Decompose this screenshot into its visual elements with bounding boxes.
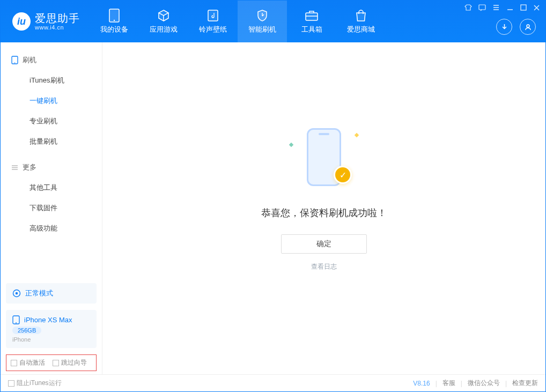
cube-icon xyxy=(157,9,171,23)
option-label: 跳过向导 xyxy=(61,359,87,366)
tab-label: 铃声壁纸 xyxy=(199,25,227,34)
skin-icon[interactable] xyxy=(464,4,472,11)
tab-store[interactable]: 爱思商城 xyxy=(336,1,386,42)
phone-icon xyxy=(11,56,18,64)
wechat-link[interactable]: 微信公众号 xyxy=(468,379,500,388)
footer-label: 阻止iTunes运行 xyxy=(17,379,62,387)
sidebar-item-batch[interactable]: 批量刷机 xyxy=(1,131,102,152)
check-update-link[interactable]: 检查更新 xyxy=(512,379,538,388)
tab-label: 我的设备 xyxy=(100,25,128,34)
sidebar-item-itunes[interactable]: iTunes刷机 xyxy=(1,70,102,91)
svg-point-12 xyxy=(16,322,17,323)
header: iu 爱思助手 www.i4.cn 我的设备 应用游戏 铃声壁纸 智能刷机 xyxy=(1,1,545,42)
svg-point-10 xyxy=(16,292,18,294)
user-button[interactable] xyxy=(520,19,536,35)
bag-icon xyxy=(354,9,368,23)
maximize-icon[interactable] xyxy=(520,4,527,11)
main-tabs: 我的设备 应用游戏 铃声壁纸 智能刷机 工具箱 爱思商城 xyxy=(90,1,386,42)
ok-button[interactable]: 确定 xyxy=(281,234,367,254)
options-row: 自动激活 跳过向导 xyxy=(6,354,97,371)
sidebar-item-pro[interactable]: 专业刷机 xyxy=(1,111,102,131)
footer: 阻止iTunes运行 V8.16 | 客服 | 微信公众号 | 检查更新 xyxy=(1,374,545,391)
close-icon[interactable] xyxy=(533,4,540,11)
toolbox-icon xyxy=(305,9,319,23)
mode-icon xyxy=(12,289,21,298)
app-title: 爱思助手 xyxy=(35,12,80,24)
checkbox-skip-guide[interactable]: 跳过向导 xyxy=(53,358,87,367)
tab-label: 应用游戏 xyxy=(150,25,178,34)
version-label: V8.16 xyxy=(413,380,430,387)
sidebar-item-firmware[interactable]: 下载固件 xyxy=(1,198,102,218)
logo-icon: iu xyxy=(12,12,31,31)
device-mode[interactable]: 正常模式 xyxy=(6,283,97,304)
tab-ringtone[interactable]: 铃声壁纸 xyxy=(188,1,238,42)
header-actions xyxy=(496,19,536,35)
device-type: iPhone xyxy=(12,336,90,343)
sidebar-item-other[interactable]: 其他工具 xyxy=(1,177,102,198)
support-link[interactable]: 客服 xyxy=(442,379,455,388)
device-name: iPhone XS Max xyxy=(24,316,72,324)
tab-apps[interactable]: 应用游戏 xyxy=(139,1,188,42)
svg-point-8 xyxy=(14,62,16,63)
checkbox-auto-activate[interactable]: 自动激活 xyxy=(11,358,45,367)
tab-label: 爱思商城 xyxy=(347,25,375,34)
device-storage: 256GB xyxy=(12,327,41,334)
sidebar-section-more: 更多 xyxy=(1,157,102,177)
app-window: iu 爱思助手 www.i4.cn 我的设备 应用游戏 铃声壁纸 智能刷机 xyxy=(0,0,546,392)
sidebar: 刷机 iTunes刷机 一键刷机 专业刷机 批量刷机 更多 其他工具 下载固件 … xyxy=(1,42,102,374)
tab-toolbox[interactable]: 工具箱 xyxy=(287,1,336,42)
download-button[interactable] xyxy=(496,19,512,35)
main-panel: ✓ 恭喜您，保资料刷机成功啦！ 确定 查看日志 xyxy=(102,42,545,374)
music-note-icon xyxy=(206,9,220,23)
svg-rect-3 xyxy=(306,13,318,20)
option-label: 自动激活 xyxy=(19,359,45,366)
tab-smart-flash[interactable]: 智能刷机 xyxy=(238,1,287,42)
svg-rect-4 xyxy=(479,5,485,10)
menu-icon[interactable] xyxy=(492,4,500,11)
device-icon xyxy=(107,9,121,23)
tab-my-device[interactable]: 我的设备 xyxy=(90,1,139,42)
section-label: 更多 xyxy=(23,162,36,172)
window-controls xyxy=(464,4,540,11)
svg-point-1 xyxy=(114,20,115,21)
device-card[interactable]: iPhone XS Max 256GB iPhone xyxy=(6,310,97,348)
tab-label: 工具箱 xyxy=(301,25,322,34)
shield-icon xyxy=(255,9,269,23)
sidebar-section-flash: 刷机 xyxy=(1,50,102,70)
checkbox-block-itunes[interactable]: 阻止iTunes运行 xyxy=(8,379,62,388)
svg-rect-5 xyxy=(521,5,526,10)
sidebar-item-advanced[interactable]: 高级功能 xyxy=(1,218,102,239)
feedback-icon[interactable] xyxy=(478,4,486,11)
menu-lines-icon xyxy=(11,164,18,171)
mode-label: 正常模式 xyxy=(25,289,53,298)
sidebar-item-oneclick[interactable]: 一键刷机 xyxy=(1,91,102,111)
device-phone-icon xyxy=(12,315,20,324)
logo: iu 爱思助手 www.i4.cn xyxy=(1,12,90,31)
section-label: 刷机 xyxy=(23,55,36,65)
body: 刷机 iTunes刷机 一键刷机 专业刷机 批量刷机 更多 其他工具 下载固件 … xyxy=(1,42,545,374)
minimize-icon[interactable] xyxy=(506,4,514,11)
check-circle-icon: ✓ xyxy=(334,166,352,184)
svg-point-6 xyxy=(527,25,529,27)
view-log-link[interactable]: 查看日志 xyxy=(311,262,337,271)
success-message: 恭喜您，保资料刷机成功啦！ xyxy=(261,206,387,219)
tab-label: 智能刷机 xyxy=(248,25,276,34)
success-illustration: ✓ xyxy=(292,124,356,188)
app-url: www.i4.cn xyxy=(35,24,80,31)
